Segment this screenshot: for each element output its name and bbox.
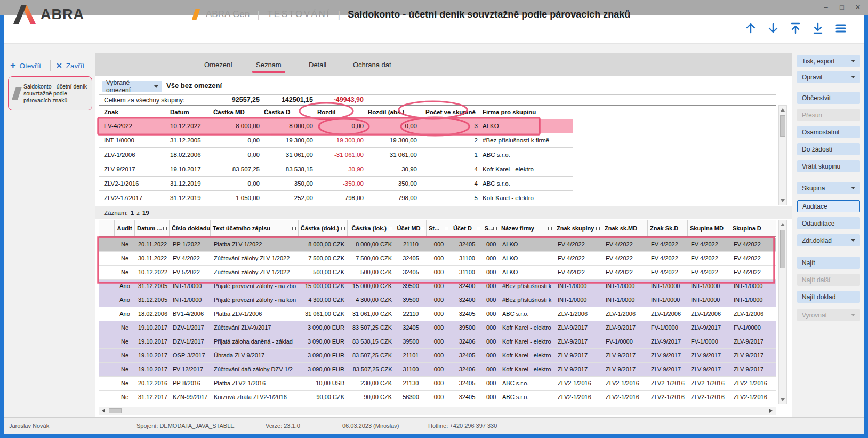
sidebar-button-naj-t-doklad[interactable]: Najít doklad bbox=[797, 291, 860, 303]
group-table-scrollbar[interactable] bbox=[778, 105, 787, 205]
group-column-header[interactable]: Částka D bbox=[264, 105, 317, 119]
detail-table-row[interactable]: Ne20.11.2022PP-1/2022Platba ZLV-1/20228 … bbox=[99, 238, 776, 252]
detail-column-header[interactable]: Audit bbox=[115, 220, 135, 236]
column-options-icon[interactable] bbox=[493, 227, 497, 230]
scroll-left-icon[interactable] bbox=[101, 409, 106, 413]
detail-table-cell: FV-4/2022 bbox=[170, 252, 211, 266]
detail-table-row[interactable]: Ano31.12.2005INT-1/0000Přijaté provozní … bbox=[99, 293, 776, 307]
tab-seznam[interactable]: Seznam bbox=[256, 53, 282, 76]
group-column-header[interactable]: Firma pro skupinu bbox=[480, 105, 573, 119]
column-options-icon[interactable] bbox=[548, 227, 552, 230]
group-column-header[interactable]: Částka MD bbox=[213, 105, 264, 119]
move-top-icon[interactable] bbox=[789, 21, 802, 35]
status-connection: Spojení: DEMODATA_JAVA_STABLE bbox=[136, 423, 235, 429]
detail-table-row[interactable]: Ne19.10.2017FV-12/2017Zúčtování daň.zálo… bbox=[99, 363, 776, 377]
minimize-icon[interactable]: – bbox=[821, 3, 831, 12]
maximize-icon[interactable]: □ bbox=[837, 3, 847, 12]
detail-table-row[interactable]: Ne31.12.2017KZN-99/2017Kurzová ztráta ZL… bbox=[99, 391, 776, 404]
group-column-header[interactable]: Datum bbox=[163, 105, 213, 119]
detail-column-header[interactable]: Znak Sk.D bbox=[648, 220, 688, 236]
group-column-header[interactable]: Počet ve skupině bbox=[421, 105, 480, 119]
column-options-icon[interactable] bbox=[596, 227, 600, 230]
sidebar-button-opravit[interactable]: Opravit bbox=[797, 71, 860, 83]
group-column-header[interactable]: Znak bbox=[99, 105, 163, 119]
detail-column-header[interactable]: Skupina D bbox=[730, 220, 776, 236]
tab-detail[interactable]: Detail bbox=[309, 53, 326, 76]
sidebar-button-do-dost-[interactable]: Do žádostí bbox=[797, 143, 860, 155]
group-table-row[interactable]: INT-1/000031.12.20050,0019 300,00-19 300… bbox=[99, 133, 573, 148]
detail-table-scrollbar[interactable] bbox=[778, 220, 787, 404]
scroll-down-icon[interactable] bbox=[781, 198, 785, 203]
open-button[interactable]: + Otevřít bbox=[10, 59, 41, 73]
detail-table-cell: ZLV2-1/2016 bbox=[602, 391, 648, 404]
detail-column-header[interactable]: S... bbox=[483, 220, 499, 236]
sidebar-button-zdr-doklad[interactable]: Zdr.doklad bbox=[797, 234, 860, 246]
detail-table-row[interactable]: Ne10.12.2022FV-5/2022Zúčtování zálohy ZL… bbox=[99, 266, 776, 280]
sidebar-button-naj-t[interactable]: Najít bbox=[797, 257, 860, 269]
detail-column-header[interactable]: Znak sk.MD bbox=[602, 220, 648, 236]
column-options-icon[interactable] bbox=[421, 227, 424, 230]
scrollbar-thumb[interactable] bbox=[109, 408, 122, 413]
column-options-icon[interactable] bbox=[445, 227, 448, 230]
sidebar-button-auditace[interactable]: Auditace bbox=[797, 200, 860, 212]
scroll-right-icon[interactable] bbox=[769, 409, 773, 413]
close-agenda-button[interactable]: ✕ Zavřít bbox=[56, 59, 84, 73]
detail-table-row[interactable]: Ne19.10.2017DZV-1/2017Přijatá záloha dan… bbox=[99, 335, 776, 349]
detail-table-cell: INT-1/0000 bbox=[602, 280, 648, 293]
selected-restriction-dropdown[interactable]: Vybrané omezení bbox=[102, 81, 162, 92]
scrollbar-thumb[interactable] bbox=[780, 115, 785, 137]
group-table-row[interactable]: ZLV2-1/201631.12.20190,00350,00-350,0035… bbox=[99, 177, 573, 191]
detail-table-cell: OSP-3/2017 bbox=[170, 349, 211, 363]
detail-column-header[interactable]: Skupina MD bbox=[688, 220, 730, 236]
sidebar-button-osamostatnit[interactable]: Osamostatnit bbox=[797, 126, 860, 138]
sidebar-button-vr-tit-skupinu[interactable]: Vrátit skupinu bbox=[797, 160, 860, 172]
horizontal-scrollbar[interactable] bbox=[99, 407, 776, 415]
column-options-icon[interactable] bbox=[389, 227, 392, 230]
detail-column-header[interactable]: Částka (lok.) bbox=[348, 220, 395, 236]
menu-icon[interactable] bbox=[834, 21, 848, 35]
scroll-up-icon[interactable] bbox=[781, 108, 785, 112]
detail-table-cell: INT-1/0000 bbox=[688, 293, 730, 307]
detail-column-header[interactable]: Datum ... bbox=[135, 220, 170, 236]
sidebar-button-tisk-export[interactable]: Tisk, export bbox=[797, 55, 860, 67]
sidebar-button-skupina[interactable]: Skupina bbox=[797, 182, 860, 194]
group-table-row[interactable]: FV-4/202210.12.20228 000,008 000,000,000… bbox=[99, 119, 573, 133]
scroll-down-icon[interactable] bbox=[781, 397, 785, 402]
close-icon[interactable]: ✕ bbox=[853, 3, 863, 12]
detail-table-row[interactable]: Ne19.10.2017DZV-1/2017Zúčtování ZLV-9/20… bbox=[99, 321, 776, 335]
column-options-icon[interactable] bbox=[341, 227, 345, 230]
group-table-row[interactable]: ZLV2-17/201731.12.20191 050,00252,00798,… bbox=[99, 191, 573, 205]
scroll-up-icon[interactable] bbox=[781, 222, 785, 227]
group-column-header[interactable]: Rozdíl bbox=[317, 105, 368, 119]
group-table-row[interactable]: ZLV-9/201719.10.201783 507,2583 538,15-3… bbox=[99, 162, 573, 177]
sidebar-button-ob-erstvit[interactable]: Občerstvit bbox=[797, 92, 860, 104]
tab-ochrana-dat[interactable]: Ochrana dat bbox=[353, 53, 391, 76]
sidebar-button-odauditace[interactable]: Odauditace bbox=[797, 217, 860, 229]
detail-table-row[interactable]: Ano31.12.2005INT-1/0000Přijaté provozní … bbox=[99, 280, 776, 293]
detail-column-header[interactable]: Znak skupiny bbox=[554, 220, 602, 236]
group-table-row[interactable]: ZLV-1/200618.02.20060,0031 061,00-31 061… bbox=[99, 148, 573, 162]
detail-column-header[interactable]: Text účetního zápisu bbox=[211, 220, 299, 236]
detail-table-row[interactable]: Ne30.11.2022FV-4/2022Zúčtování zálohy ZL… bbox=[99, 252, 776, 266]
move-up-icon[interactable] bbox=[744, 21, 758, 35]
agenda-tile[interactable]: Saldokonto - účetní deník souvztažně pod… bbox=[8, 76, 92, 110]
detail-column-header[interactable]: Částka (dokl.) bbox=[299, 220, 348, 236]
column-options-icon[interactable] bbox=[477, 227, 480, 230]
detail-table-row[interactable]: Ano18.02.2006BV1-4/2006Platba ZLV-1/2006… bbox=[99, 307, 776, 321]
tab-omezeni[interactable]: Omezení bbox=[204, 53, 232, 76]
detail-table-row[interactable]: Ne19.10.2017OSP-3/2017Úhrada ZLV-9/20173… bbox=[99, 349, 776, 363]
group-column-header[interactable]: Rozdíl (abs.) bbox=[368, 105, 421, 119]
detail-column-header[interactable]: St... bbox=[427, 220, 451, 236]
detail-column-header[interactable]: Číslo dokladu bbox=[170, 220, 211, 236]
detail-column-header[interactable]: Název firmy bbox=[499, 220, 554, 236]
move-down-icon[interactable] bbox=[766, 21, 780, 35]
detail-column-header[interactable]: Účet MD bbox=[395, 220, 427, 236]
column-options-icon[interactable] bbox=[292, 227, 296, 230]
detail-column-header[interactable]: Účet D bbox=[451, 220, 483, 236]
move-bottom-icon[interactable] bbox=[811, 21, 825, 35]
row-marker bbox=[99, 266, 115, 280]
column-options-icon[interactable] bbox=[163, 227, 167, 230]
scrollbar-thumb[interactable] bbox=[780, 230, 785, 268]
detail-table-row[interactable]: Ne20.12.2016PP-8/2016Platba ZLV2-1/20161… bbox=[99, 377, 776, 391]
group-table-cell: 5 bbox=[421, 191, 480, 205]
